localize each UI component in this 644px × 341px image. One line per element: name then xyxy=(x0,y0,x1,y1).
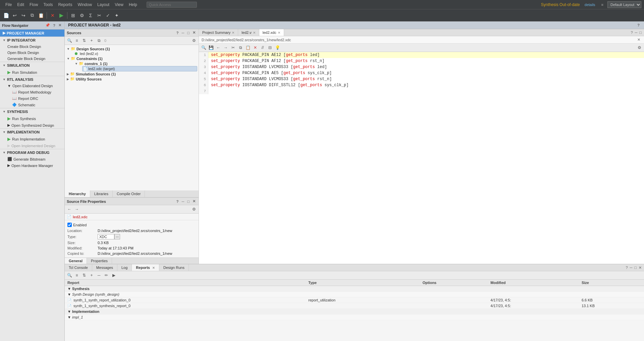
tree-design-sources[interactable]: ▼ 📁 Design Sources (1) xyxy=(66,46,197,51)
nav-group-synthesis[interactable]: ▼ SYNTHESIS xyxy=(0,108,64,115)
nav-generate-block-design[interactable]: Generate Block Design xyxy=(0,56,64,62)
editor-minimize-icon[interactable]: ─ xyxy=(634,30,639,35)
bottom-tab-messages[interactable]: Messages xyxy=(92,264,117,271)
editor-forward-btn[interactable]: → xyxy=(222,44,229,51)
nav-group-program-debug[interactable]: ▼ PROGRAM AND DEBUG xyxy=(0,149,64,156)
sources-expand-btn[interactable]: ⇅ xyxy=(81,37,88,44)
bottom-tab-reports[interactable]: Reports ✕ xyxy=(132,264,159,271)
sfp-forward-btn[interactable]: → xyxy=(73,206,80,213)
line-content-1[interactable]: set_property PACKAGE_PIN AE12 [get_ports… xyxy=(208,52,320,58)
sources-close-icon[interactable]: ✕ xyxy=(192,30,197,35)
tree-led-file[interactable]: led (led2.v) xyxy=(74,51,197,56)
editor-maximize-icon[interactable]: □ xyxy=(638,30,643,35)
reports-add-btn[interactable]: + xyxy=(88,272,95,279)
nav-open-implemented-design[interactable]: ▶ Open Implemented Design xyxy=(0,143,64,149)
sources-minimize-icon[interactable]: ─ xyxy=(181,31,185,35)
nav-group-rtl-analysis[interactable]: ▼ RTL ANALYSIS xyxy=(0,76,64,83)
bottom-maximize-icon[interactable]: □ xyxy=(633,265,638,270)
tree-constrs1[interactable]: ▼ 📁 constrs_1 (1) xyxy=(74,61,197,66)
editor-tab-led2xdc[interactable]: led2.xdc ✕ xyxy=(259,29,284,36)
synth-design-subgroup-arrow[interactable]: ▼ xyxy=(67,292,71,296)
menu-edit[interactable]: Edit xyxy=(14,2,27,7)
nav-run-implementation[interactable]: ▶ Run Implementation xyxy=(0,135,64,143)
line-content-4[interactable]: set_property PACKAGE_PIN AE5 [get_ports … xyxy=(208,70,332,76)
bottom-tab-reports-close[interactable]: ✕ xyxy=(152,266,155,270)
undo-button[interactable]: ↩ xyxy=(11,11,19,19)
line-content-2[interactable]: set_property PACKAGE_PIN AF12 [get_ports… xyxy=(208,58,324,64)
nav-project-manager[interactable]: ▶ PROJECT MANAGER xyxy=(0,30,64,37)
nav-report-drc[interactable]: 📖 Report DRC xyxy=(0,95,64,102)
tree-simulation-sources[interactable]: ▶ 📁 Simulation Sources (1) xyxy=(66,71,197,76)
tree-utility-sources[interactable]: ▶ 📁 Utility Sources xyxy=(66,76,197,81)
nav-open-hardware-manager[interactable]: ▶ Open Hardware Manager xyxy=(0,162,64,169)
menu-view[interactable]: View xyxy=(112,2,126,7)
table-row[interactable]: 📄 synth_1_synth_report_utilization_0 rep… xyxy=(65,297,644,303)
bottom-minimize-icon[interactable]: ─ xyxy=(629,265,634,270)
editor-tab-led2v[interactable]: led2.v ✕ xyxy=(238,29,259,36)
editor-tab-project-summary-close[interactable]: ✕ xyxy=(232,31,234,35)
nav-run-synthesis[interactable]: ▶ Run Synthesis xyxy=(0,115,64,122)
nav-group-simulation[interactable]: ▼ SIMULATION xyxy=(0,62,64,69)
reports-run-btn[interactable]: ▶ xyxy=(110,272,117,279)
delete-button[interactable]: ✕ xyxy=(49,11,57,19)
line-content-3[interactable]: set_property IOSTANDARD LVCMOS33 [get_po… xyxy=(208,64,327,70)
impl1-subgroup-arrow[interactable]: ▼ xyxy=(67,315,71,319)
editor-hint-btn[interactable]: 💡 xyxy=(274,44,281,51)
editor-comment-btn[interactable]: // xyxy=(259,44,266,51)
tab-compile-order[interactable]: Compile Order xyxy=(113,190,145,197)
grid-button[interactable]: ⊞ xyxy=(69,11,77,19)
sfp-enabled-checkbox[interactable] xyxy=(67,223,72,227)
editor-cut-btn[interactable]: ✂ xyxy=(230,44,236,51)
editor-search-btn[interactable]: 🔍 xyxy=(200,44,207,51)
nav-create-block-design[interactable]: Create Block Design xyxy=(0,44,64,50)
menu-layout[interactable]: Layout xyxy=(95,2,112,7)
cut-button[interactable]: ✂ xyxy=(95,11,103,19)
menu-tools[interactable]: Tools xyxy=(41,2,55,7)
sources-search-btn[interactable]: 🔍 xyxy=(66,37,73,44)
editor-delete-btn[interactable]: ✕ xyxy=(252,44,259,51)
synthesis-group-arrow[interactable]: ▼ xyxy=(67,287,71,291)
run-button[interactable]: ▶ xyxy=(57,11,65,19)
editor-tab-led2xdc-close[interactable]: ✕ xyxy=(278,31,280,35)
sfp-help-icon[interactable]: ? xyxy=(175,199,180,204)
sfp-tab-general[interactable]: General xyxy=(65,258,87,264)
nav-open-synthesized-design[interactable]: ▶ Open Synthesized Design xyxy=(0,122,64,128)
code-editor-area[interactable]: 1 set_property PACKAGE_PIN AE12 [get_por… xyxy=(199,52,644,264)
reports-edit-btn[interactable]: ✏ xyxy=(103,272,110,279)
pm-help-icon[interactable]: ? xyxy=(636,23,641,27)
flow-nav-pin-icon[interactable]: 📌 xyxy=(44,23,51,28)
menu-window[interactable]: Window xyxy=(75,2,95,7)
paste-button[interactable]: 📋 xyxy=(37,11,45,19)
editor-save-btn[interactable]: 💾 xyxy=(208,44,214,51)
menu-reports[interactable]: Reports xyxy=(55,2,75,7)
nav-generate-bitstream[interactable]: ⬛ Generate Bitstream xyxy=(0,156,64,162)
tree-led2-xdc[interactable]: 📄 led2.xdc (target) xyxy=(82,66,197,71)
editor-paste-btn[interactable]: 📋 xyxy=(245,44,251,51)
bottom-tab-design-runs[interactable]: Design Runs xyxy=(159,264,189,271)
editor-help-icon[interactable]: ? xyxy=(630,30,634,35)
settings-button[interactable]: ⚙ xyxy=(78,11,86,19)
sources-settings-btn[interactable]: ⚙ xyxy=(191,37,197,44)
nav-report-methodology[interactable]: 📖 Report Methodology xyxy=(0,89,64,95)
reports-search-btn[interactable]: 🔍 xyxy=(66,272,73,279)
bottom-tab-log[interactable]: Log xyxy=(117,264,132,271)
redo-button[interactable]: ↪ xyxy=(19,11,28,19)
nav-run-simulation[interactable]: ▶ Run Simulation xyxy=(0,69,64,76)
line-content-5[interactable]: set_property IOSTANDARD LVCMOS33 [get_po… xyxy=(208,76,332,82)
editor-tab-led2v-close[interactable]: ✕ xyxy=(253,31,256,35)
editor-settings-btn[interactable]: ⚙ xyxy=(636,44,643,51)
editor-copy-btn[interactable]: ⧉ xyxy=(237,44,244,51)
reports-collapse-btn[interactable]: ≡ xyxy=(73,272,80,279)
editor-table-btn[interactable]: ⊟ xyxy=(267,44,273,51)
sfp-maximize-icon[interactable]: □ xyxy=(186,199,191,204)
bottom-tab-tcl-console[interactable]: Tcl Console xyxy=(65,264,92,271)
implementation-group-arrow[interactable]: ▼ xyxy=(67,309,71,314)
sources-maximize-icon[interactable]: □ xyxy=(186,31,191,35)
nav-group-ip-integrator[interactable]: ▼ IP INTEGRATOR xyxy=(0,37,64,44)
reports-remove-btn[interactable]: ─ xyxy=(96,272,102,279)
menu-flow[interactable]: Flow xyxy=(27,2,41,7)
sfp-type-browse-btn[interactable]: ··· xyxy=(114,234,120,239)
menu-help[interactable]: Help xyxy=(126,2,140,7)
editor-path-close-icon[interactable]: ✕ xyxy=(636,37,641,42)
line-content-6[interactable]: set_property IOSTANDARD DIFF_SSTL12 [get… xyxy=(208,82,348,88)
